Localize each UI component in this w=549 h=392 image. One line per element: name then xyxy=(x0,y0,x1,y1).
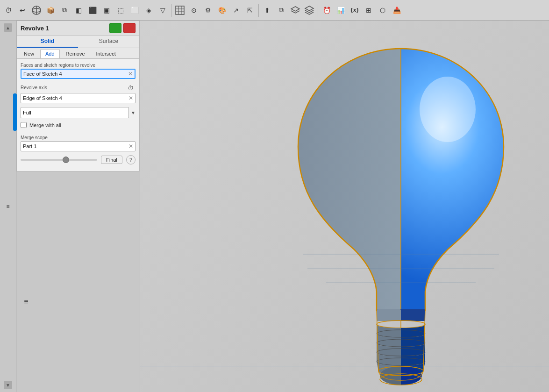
bulb-svg xyxy=(261,39,541,392)
panel-content: Faces and sketch regions to revolve Face… xyxy=(17,59,139,171)
toolbar-icon-upload[interactable]: ⬆ xyxy=(261,4,274,17)
revolve-axis-clock-button[interactable]: ⏱ xyxy=(125,83,135,93)
slider-track[interactable] xyxy=(21,159,97,161)
toolbar-icon-stack[interactable] xyxy=(289,4,302,17)
tab-solid[interactable]: Solid xyxy=(17,36,78,48)
slider-row: Final ? xyxy=(21,155,135,164)
faces-input[interactable]: Face of Sketch 4 ✕ xyxy=(21,69,135,79)
tab-surface[interactable]: Surface xyxy=(78,36,139,48)
toolbar-icon-export[interactable]: ⬡ xyxy=(376,4,389,17)
cancel-button[interactable] xyxy=(123,23,135,33)
panel-bottom-icons: ≡ xyxy=(20,296,32,308)
faces-label: Faces and sketch regions to revolve xyxy=(21,63,135,68)
revolve-axis-field-group: Revolve axis ⏱ Edge of Sketch 4 ✕ xyxy=(21,83,135,103)
main-toolbar: ⏱ ↩ 📦 ⧉ ◧ ⬛ ▣ ⬚ ⬜ ◈ ▽ ⊙ ⚙ 🎨 ↗ ⇱ ⬆ ⧉ ⏰ 📊 … xyxy=(0,0,549,21)
revolve-axis-clear-icon[interactable]: ✕ xyxy=(128,95,133,101)
toolbar-icon-mesh[interactable] xyxy=(173,4,186,17)
panel-divider xyxy=(21,132,135,132)
toolbar-sep-2 xyxy=(258,4,259,17)
merge-scope-field-group: Merge scope Part 1 ✕ xyxy=(21,135,135,151)
op-tabs: New Add Remove Intersect xyxy=(17,48,139,59)
scroll-thumb[interactable] xyxy=(13,93,17,131)
toolbar-icon-grid[interactable]: ⊞ xyxy=(362,4,375,17)
svg-point-10 xyxy=(420,77,476,142)
slider-thumb[interactable] xyxy=(63,157,69,163)
toolbar-icon-copy[interactable]: ⧉ xyxy=(58,4,71,17)
toolbar-icon-shape6[interactable]: ◈ xyxy=(142,4,155,17)
revolve-panel-area: Revolve 1 Solid Surface New Add Remove I… xyxy=(16,21,140,392)
revolve-panel-title: Revolve 1 xyxy=(21,25,49,32)
extent-select[interactable]: Full One Side Symmetric Two Sides xyxy=(21,107,129,118)
toolbar-icon-3d[interactable] xyxy=(30,4,43,17)
final-button[interactable]: Final xyxy=(101,156,122,164)
faces-value: Face of Sketch 4 xyxy=(23,71,126,77)
toolbar-icon-paint[interactable]: 🎨 xyxy=(215,4,228,17)
revolve-axis-input[interactable]: Edge of Sketch 4 ✕ xyxy=(21,93,135,103)
main-area: ▲ ≡ ▼ Revolve 1 Solid Surface xyxy=(0,21,549,392)
op-tab-intersect[interactable]: Intersect xyxy=(91,49,121,58)
svg-rect-16 xyxy=(377,309,401,321)
panel-below-space: ≡ xyxy=(16,171,140,392)
toolbar-icon-undo[interactable]: ↩ xyxy=(16,4,29,17)
extent-dropdown-row: Full One Side Symmetric Two Sides ▼ xyxy=(21,107,135,118)
revolve-panel: Revolve 1 Solid Surface New Add Remove I… xyxy=(16,21,140,171)
sidebar-collapse-up[interactable]: ▲ xyxy=(4,23,12,32)
type-tabs: Solid Surface xyxy=(17,36,139,48)
toolbar-sep-1 xyxy=(171,4,171,17)
merge-scope-input[interactable]: Part 1 ✕ xyxy=(21,141,135,151)
toolbar-icon-time[interactable]: ⏰ xyxy=(320,4,333,17)
toolbar-icon-shape2[interactable]: ⬛ xyxy=(86,4,99,17)
merge-checkbox-row: Merge with all xyxy=(21,122,135,128)
merge-with-all-checkbox[interactable] xyxy=(21,122,27,128)
op-tab-remove[interactable]: Remove xyxy=(61,49,90,58)
toolbar-icon-layers[interactable]: ⧉ xyxy=(275,4,288,17)
far-left-sidebar: ▲ ≡ ▼ xyxy=(0,21,16,392)
bulb-container xyxy=(261,39,541,392)
merge-scope-label: Merge scope xyxy=(21,135,135,140)
merge-scope-value: Part 1 xyxy=(23,143,127,149)
faces-field-group: Faces and sketch regions to revolve Face… xyxy=(21,63,135,79)
toolbar-icon-arrow1[interactable]: ↗ xyxy=(229,4,242,17)
op-tab-add[interactable]: Add xyxy=(40,49,60,58)
ground-line xyxy=(140,366,549,366)
toolbar-icon-gear[interactable]: ⚙ xyxy=(201,4,214,17)
toolbar-icon-clock[interactable]: ⏱ xyxy=(2,4,15,17)
toolbar-icon-circle[interactable]: ⊙ xyxy=(187,4,200,17)
toolbar-sep-3 xyxy=(318,4,318,17)
viewport-content xyxy=(140,21,549,392)
merge-with-all-label: Merge with all xyxy=(29,122,61,128)
toolbar-icon-shape7[interactable]: ▽ xyxy=(156,4,169,17)
revolve-panel-header: Revolve 1 xyxy=(17,21,139,36)
revolve-header-buttons xyxy=(109,23,135,33)
merge-scope-clear-icon[interactable]: ✕ xyxy=(128,143,133,150)
help-button[interactable]: ? xyxy=(126,155,135,164)
faces-clear-icon[interactable]: ✕ xyxy=(128,71,133,77)
sidebar-collapse-down[interactable]: ▼ xyxy=(4,381,12,389)
toolbar-icon-stack2[interactable] xyxy=(303,4,316,17)
left-icon-list[interactable]: ≡ xyxy=(2,200,14,213)
revolve-axis-value: Edge of Sketch 4 xyxy=(23,95,127,101)
toolbar-icon-box[interactable]: 📦 xyxy=(44,4,57,17)
toolbar-icon-shape4[interactable]: ⬚ xyxy=(114,4,127,17)
bottom-icon-list[interactable]: ≡ xyxy=(20,296,32,308)
op-tab-new[interactable]: New xyxy=(19,49,39,58)
svg-rect-3 xyxy=(176,6,184,14)
ok-button[interactable] xyxy=(109,23,121,33)
toolbar-icon-shape1[interactable]: ◧ xyxy=(72,4,85,17)
dropdown-arrow-icon: ▼ xyxy=(131,110,135,115)
toolbar-icon-shape3[interactable]: ▣ xyxy=(100,4,113,17)
toolbar-icon-fx[interactable]: {x} xyxy=(348,4,361,17)
revolve-axis-label: Revolve axis xyxy=(21,85,47,90)
toolbar-icon-shape5[interactable]: ⬜ xyxy=(128,4,141,17)
toolbar-icon-import[interactable]: 📥 xyxy=(390,4,403,17)
toolbar-icon-arrow2[interactable]: ⇱ xyxy=(243,4,257,17)
viewport xyxy=(140,21,549,392)
toolbar-icon-chart[interactable]: 📊 xyxy=(334,4,347,17)
